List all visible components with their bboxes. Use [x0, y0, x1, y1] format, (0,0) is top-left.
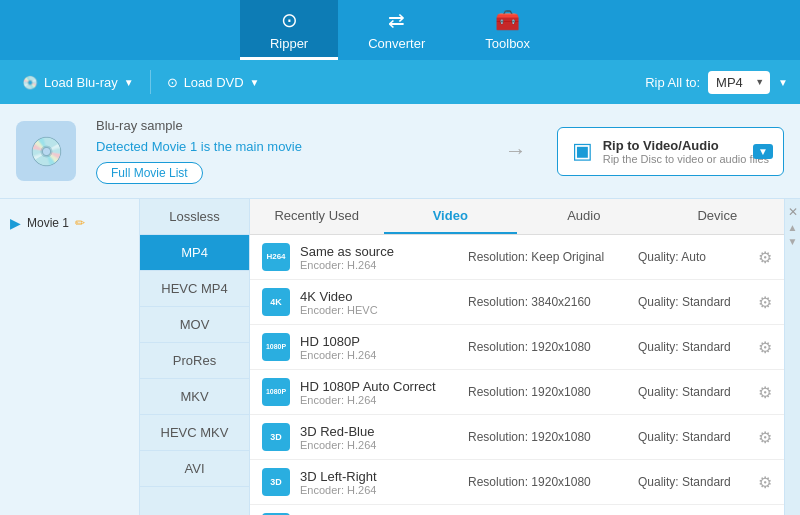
format-panel: Lossless MP4 HEVC MP4 MOV ProRes MKV HEV…	[140, 199, 800, 515]
rip-options-panel[interactable]: ▣ Rip to Video/Audio Rip the Disc to vid…	[557, 127, 784, 176]
preset-name: HD 1080P	[300, 334, 458, 349]
preset-info: 3D Left-Right Encoder: H.264	[300, 469, 458, 496]
tab-toolbox[interactable]: 🧰 Toolbox	[455, 0, 560, 60]
format-lossless[interactable]: Lossless	[140, 199, 249, 235]
preset-name: 3D Left-Right	[300, 469, 458, 484]
preset-icon: 4K	[262, 288, 290, 316]
disc-graphic: 💿	[16, 121, 76, 181]
preset-resolution: Resolution: 1920x1080	[468, 430, 628, 444]
preset-row[interactable]: 720P HD 720P Encoder: H.264 Resolution: …	[250, 505, 784, 515]
preset-row[interactable]: 4K 4K Video Encoder: HEVC Resolution: 38…	[250, 280, 784, 325]
preset-icon: 1080P	[262, 378, 290, 406]
preset-row[interactable]: 1080P HD 1080P Auto Correct Encoder: H.2…	[250, 370, 784, 415]
preset-encoder: Encoder: H.264	[300, 349, 458, 361]
preset-quality: Quality: Standard	[638, 295, 748, 309]
tab-video[interactable]: Video	[384, 199, 518, 234]
rip-option-title: Rip to Video/Audio	[603, 138, 769, 153]
rip-options-dropdown[interactable]: ▼	[753, 144, 773, 159]
tab-converter-label: Converter	[368, 36, 425, 51]
close-panel-button[interactable]: ✕	[788, 205, 798, 219]
tab-converter[interactable]: ⇄ Converter	[338, 0, 455, 60]
disc-icon: 💿	[22, 75, 38, 90]
scroll-up-button[interactable]: ▲	[788, 223, 798, 233]
tab-recently-used[interactable]: Recently Used	[250, 199, 384, 234]
format-list: Lossless MP4 HEVC MP4 MOV ProRes MKV HEV…	[140, 199, 250, 515]
preset-icon: 3D	[262, 468, 290, 496]
detected-suffix: is the main movie	[201, 139, 302, 154]
disc-title: Blu-ray sample	[96, 118, 475, 133]
load-dvd-arrow[interactable]: ▼	[250, 77, 260, 88]
preset-info: HD 1080P Auto Correct Encoder: H.264	[300, 379, 458, 406]
toolbar: 💿 Load Blu-ray ▼ ⊙ Load DVD ▼ Rip All to…	[0, 60, 800, 104]
preset-quality: Quality: Standard	[638, 385, 748, 399]
format-mov[interactable]: MOV	[140, 307, 249, 343]
preset-row[interactable]: 3D 3D Red-Blue Encoder: H.264 Resolution…	[250, 415, 784, 460]
preset-name: Same as source	[300, 244, 458, 259]
movie-list-panel: ▶ Movie 1 ✏	[0, 199, 140, 515]
scroll-down-button[interactable]: ▼	[788, 237, 798, 247]
ripper-icon: ⊙	[281, 8, 298, 32]
disc-info-panel: 💿 Blu-ray sample Detected Movie 1 is the…	[0, 104, 800, 199]
rip-all-label: Rip All to:	[645, 75, 700, 90]
main-content: ▶ Movie 1 ✏ Lossless MP4 HEVC MP4 MOV Pr…	[0, 199, 800, 515]
format-hevc-mp4[interactable]: HEVC MP4	[140, 271, 249, 307]
preset-encoder: Encoder: H.264	[300, 439, 458, 451]
arrow-icon: →	[505, 138, 527, 164]
preset-info: HD 1080P Encoder: H.264	[300, 334, 458, 361]
format-mkv[interactable]: MKV	[140, 379, 249, 415]
format-prores[interactable]: ProRes	[140, 343, 249, 379]
format-hevc-mkv[interactable]: HEVC MKV	[140, 415, 249, 451]
preset-icon: 3D	[262, 423, 290, 451]
tab-audio[interactable]: Audio	[517, 199, 651, 234]
format-mp4[interactable]: MP4	[140, 235, 249, 271]
toolbar-separator	[150, 70, 151, 94]
rip-format-select[interactable]: MP4 MKV AVI MOV	[708, 71, 770, 94]
format-avi[interactable]: AVI	[140, 451, 249, 487]
rip-all-section: Rip All to: MP4 MKV AVI MOV ▼	[645, 71, 788, 94]
rip-option-sub: Rip the Disc to video or audio files	[603, 153, 769, 165]
movie-list-item[interactable]: ▶ Movie 1 ✏	[0, 209, 139, 237]
rip-format-arrow[interactable]: ▼	[778, 77, 788, 88]
preset-quality: Quality: Standard	[638, 340, 748, 354]
preset-quality: Quality: Standard	[638, 430, 748, 444]
edit-icon[interactable]: ✏	[75, 216, 85, 230]
preset-resolution: Resolution: 3840x2160	[468, 295, 628, 309]
preset-encoder: Encoder: HEVC	[300, 304, 458, 316]
preset-info: 4K Video Encoder: HEVC	[300, 289, 458, 316]
tab-device[interactable]: Device	[651, 199, 785, 234]
preset-row[interactable]: 3D 3D Left-Right Encoder: H.264 Resoluti…	[250, 460, 784, 505]
preset-name: 3D Red-Blue	[300, 424, 458, 439]
main-movie-link[interactable]: Movie 1	[152, 139, 198, 154]
preset-icon: 1080P	[262, 333, 290, 361]
preset-settings-icon[interactable]: ⚙	[758, 383, 772, 402]
detected-info: Detected Movie 1 is the main movie	[96, 139, 475, 154]
preset-settings-icon[interactable]: ⚙	[758, 338, 772, 357]
load-bluray-arrow[interactable]: ▼	[124, 77, 134, 88]
detected-label: Detected	[96, 139, 148, 154]
preset-resolution: Resolution: 1920x1080	[468, 385, 628, 399]
movie-item-label: Movie 1	[27, 216, 69, 230]
dvd-disc-icon: ⊙	[167, 75, 178, 90]
preset-settings-icon[interactable]: ⚙	[758, 248, 772, 267]
play-icon: ▶	[10, 215, 21, 231]
full-movie-list-button[interactable]: Full Movie List	[96, 162, 203, 184]
preset-quality: Quality: Auto	[638, 250, 748, 264]
converter-icon: ⇄	[388, 8, 405, 32]
rip-options-text: Rip to Video/Audio Rip the Disc to video…	[603, 138, 769, 165]
preset-encoder: Encoder: H.264	[300, 394, 458, 406]
load-dvd-button[interactable]: ⊙ Load DVD ▼	[157, 71, 270, 94]
preset-row[interactable]: H264 Same as source Encoder: H.264 Resol…	[250, 235, 784, 280]
preset-row[interactable]: 1080P HD 1080P Encoder: H.264 Resolution…	[250, 325, 784, 370]
preset-name: 4K Video	[300, 289, 458, 304]
toolbox-icon: 🧰	[495, 8, 520, 32]
preset-settings-icon[interactable]: ⚙	[758, 428, 772, 447]
preset-settings-icon[interactable]: ⚙	[758, 473, 772, 492]
tab-ripper[interactable]: ⊙ Ripper	[240, 0, 338, 60]
preset-settings-icon[interactable]: ⚙	[758, 293, 772, 312]
load-bluray-button[interactable]: 💿 Load Blu-ray ▼	[12, 71, 144, 94]
top-navigation: ⊙ Ripper ⇄ Converter 🧰 Toolbox	[0, 0, 800, 60]
format-tabs: Recently Used Video Audio Device	[250, 199, 784, 235]
preset-resolution: Resolution: Keep Original	[468, 250, 628, 264]
preset-resolution: Resolution: 1920x1080	[468, 475, 628, 489]
disc-info-text: Blu-ray sample Detected Movie 1 is the m…	[96, 118, 475, 184]
